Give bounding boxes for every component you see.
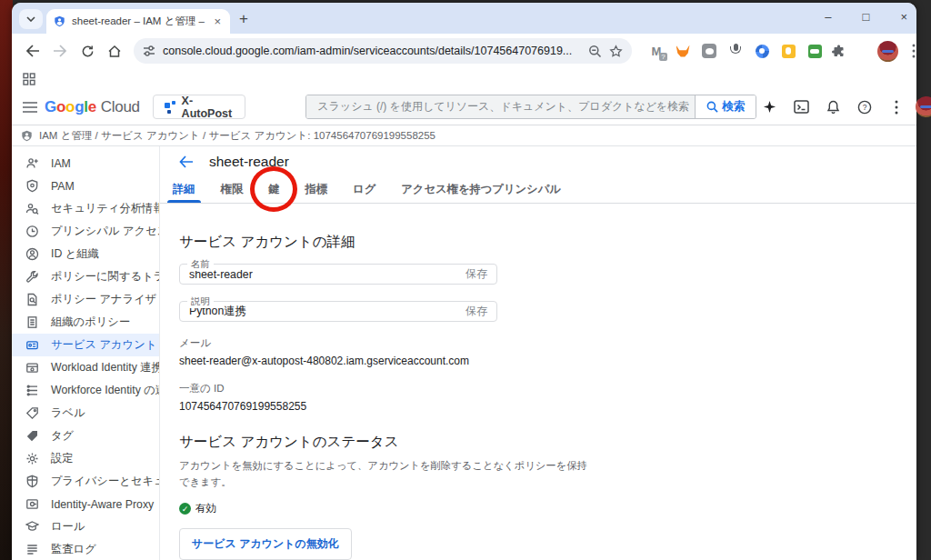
sidebar-item-pam[interactable]: PAM (12, 175, 159, 197)
sidebar-item-label: サービス アカウント (51, 337, 156, 353)
back-button[interactable] (21, 39, 45, 63)
breadcrumb-text[interactable]: IAM と管理 / サービス アカウント / サービス アカウント: 10745… (39, 129, 435, 143)
sidebar-item-iap[interactable]: Identity-Aware Proxy (12, 493, 159, 515)
sidebar-item-policy-analyzer[interactable]: ポリシー アナライザ (12, 288, 159, 311)
notifications-button[interactable] (820, 95, 846, 120)
help-icon: ? (857, 100, 872, 115)
status-badge: ✓ 有効 (179, 502, 916, 515)
sidebar-item-privacy-security[interactable]: プライバシーとセキュリ... (12, 470, 159, 493)
sidebar-item-label: Identity-Aware Proxy (51, 498, 154, 511)
home-button[interactable] (103, 39, 126, 63)
home-icon (107, 45, 122, 58)
breadcrumb: IAM と管理 / サービス アカウント / サービス アカウント: 10745… (12, 125, 916, 146)
yellow-square-extension-icon[interactable] (780, 43, 796, 59)
gemini-button[interactable] (756, 95, 782, 120)
tabs-row: 詳細権限鍵指標ログアクセス権を持つプリンシパル (160, 176, 916, 204)
sidebar-item-label: IAM (51, 157, 71, 170)
sidebar-item-service-accounts[interactable]: サービス アカウント (12, 334, 159, 356)
description-field-value[interactable]: Python連携 (189, 304, 466, 319)
puzzle-icon (831, 44, 846, 58)
metamask-extension-icon[interactable] (675, 43, 691, 59)
check-circle-icon: ✓ (179, 503, 191, 515)
reload-button[interactable] (75, 39, 99, 63)
extensions-area (648, 43, 823, 59)
tab-principals-with-access[interactable]: アクセス権を持つプリンシパル (388, 176, 574, 203)
line-extension-icon[interactable] (701, 43, 717, 59)
sidebar-item-audit-logs[interactable]: 監査ログ (12, 538, 159, 560)
google-logo-text: Google (45, 98, 96, 116)
window-close-button[interactable]: × (900, 10, 907, 24)
url-bar[interactable]: console.cloud.google.com/iam-admin/servi… (134, 38, 632, 64)
sidebar-item-org-policies[interactable]: 組織のポリシー (12, 311, 159, 334)
page-back-button[interactable] (179, 155, 194, 168)
sidebar-item-security-insights[interactable]: セキュリティ分析情報 ... (12, 197, 159, 220)
sidebar-item-labels[interactable]: ラベル (12, 402, 159, 425)
gcp-nav-menu-button[interactable] (23, 95, 37, 120)
project-selector-button[interactable]: X-AutoPost (153, 95, 246, 119)
window-maximize-button[interactable]: □ (863, 10, 870, 24)
browser-menu-button[interactable] (902, 39, 926, 63)
window-minimize-button[interactable]: – (825, 10, 831, 24)
sidebar-item-policy-troubleshooter[interactable]: ポリシーに関するトラブ... (12, 265, 159, 288)
sidebar-item-settings[interactable]: 設定 (12, 447, 159, 470)
sidebar-item-principal-access-boundary[interactable]: プリンシパル アクセス境界 (12, 220, 159, 243)
gcp-account-avatar[interactable] (916, 96, 931, 117)
sidebar-item-workforce-identity[interactable]: Workforce Identity の連携 (12, 379, 159, 402)
hamburger-icon (23, 102, 37, 113)
sidebar-item-iam[interactable]: IAM (12, 152, 159, 175)
sidebar-item-label: ポリシーに関するトラブ... (51, 269, 160, 285)
details-heading: サービス アカウントの詳細 (179, 233, 916, 252)
sidebar-item-tags[interactable]: タグ (12, 425, 159, 447)
description-field[interactable]: 説明 Python連携 保存 (179, 301, 497, 322)
tab-details[interactable]: 詳細 (160, 176, 208, 203)
sidebar-item-id-and-org[interactable]: ID と組織 (12, 243, 159, 265)
green-robot-extension-icon[interactable] (806, 43, 823, 59)
tab-permissions[interactable]: 権限 (208, 176, 256, 203)
boundary-icon (25, 225, 39, 238)
help-button[interactable]: ? (852, 95, 877, 120)
person-search-icon (25, 202, 39, 215)
disable-service-account-button[interactable]: サービス アカウントの無効化 (179, 528, 352, 560)
status-heading: サービス アカウントのステータス (179, 433, 916, 452)
tab-close-button[interactable]: × (212, 15, 223, 27)
blue-circle-extension-icon[interactable] (754, 43, 770, 59)
tab-keys[interactable]: 鍵 (255, 176, 292, 203)
new-tab-button[interactable]: + (239, 11, 248, 26)
browser-tab-active[interactable]: sheet-reader – IAM と管理 – X-A × (46, 9, 230, 34)
forward-arrow-icon (53, 45, 67, 57)
unique-id-label: 一意の ID (179, 382, 916, 395)
google-cloud-logo[interactable]: Google Cloud (45, 98, 140, 116)
tab-logs[interactable]: ログ (340, 176, 388, 203)
forward-button[interactable] (48, 39, 72, 63)
name-save-button[interactable]: 保存 (466, 266, 487, 282)
sidebar-item-label: ID と組織 (51, 246, 99, 262)
gcp-more-button[interactable] (884, 95, 909, 120)
gcp-search-button[interactable]: 検索 (695, 95, 756, 118)
sidebar-item-label: ロール (51, 519, 85, 535)
sidebar-item-workload-identity[interactable]: Workload Identity 連携 (12, 356, 159, 379)
apps-grid-icon[interactable] (23, 73, 35, 85)
tune-icon[interactable] (143, 45, 155, 57)
zoom-out-icon[interactable] (588, 45, 602, 58)
tab-search-button[interactable] (19, 9, 43, 29)
browser-titlebar: sheet-reader – IAM と管理 – X-A × + – □ × (12, 3, 916, 34)
sidebar-item-roles[interactable]: ロール (12, 515, 159, 538)
mail-checker-extension-icon[interactable] (648, 43, 665, 59)
doc-lines-icon (25, 315, 39, 329)
cloud-logo-text: Cloud (101, 98, 140, 116)
bookmark-star-icon[interactable] (609, 45, 623, 58)
iam-shield-icon (21, 130, 33, 142)
tag-icon (25, 429, 39, 443)
extensions-puzzle-button[interactable] (826, 39, 850, 63)
status-description: アカウントを無効にすることによって、アカウントを削除することなくポリシーを保持で… (179, 458, 590, 490)
cloud-shell-button[interactable] (788, 95, 814, 120)
name-field-value[interactable]: sheet-reader (189, 268, 466, 281)
tab-metrics[interactable]: 指標 (292, 176, 340, 203)
browser-profile-avatar[interactable] (877, 41, 898, 62)
gcp-search-input[interactable]: スラッシュ (/) を使用してリソース、ドキュメント、プロダクトなどを検索 (306, 95, 695, 118)
name-field[interactable]: 名前 sheet-reader 保存 (179, 264, 497, 285)
description-save-button[interactable]: 保存 (466, 304, 487, 319)
microphone-extension-icon[interactable] (727, 43, 744, 59)
audit-icon (25, 543, 39, 556)
iam-favicon (54, 15, 65, 27)
